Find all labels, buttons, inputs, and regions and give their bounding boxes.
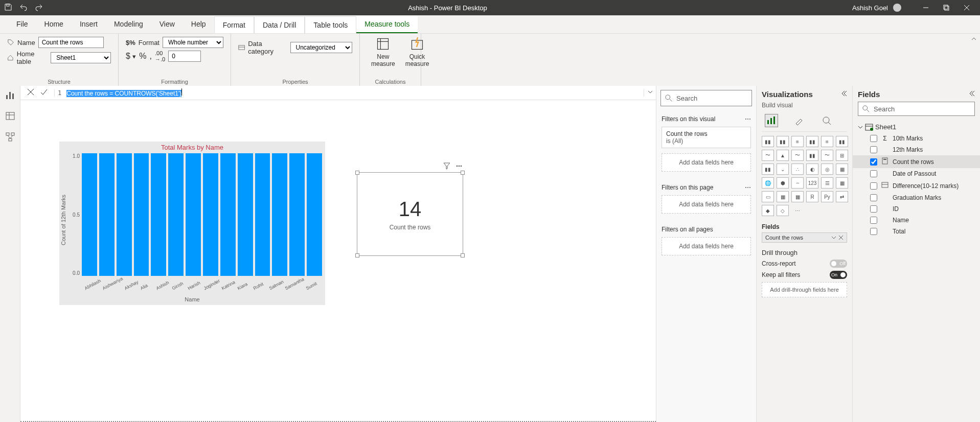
field-checkbox[interactable] [870, 217, 877, 224]
format-visual-tab[interactable] [792, 114, 806, 127]
field-item[interactable]: Total [853, 226, 980, 237]
field-item[interactable]: Date of Passout [853, 168, 980, 179]
format-select[interactable]: Whole number [163, 37, 223, 48]
bar[interactable] [272, 153, 287, 276]
bar[interactable] [99, 153, 115, 276]
viz-type-icon[interactable]: ⋯ [791, 205, 804, 216]
filter-dropzone-page[interactable]: Add data fields here [662, 195, 751, 214]
viz-type-icon[interactable]: ▭ [762, 191, 774, 202]
data-category-select[interactable]: Uncategorized [290, 42, 352, 53]
filter-icon[interactable] [443, 162, 450, 171]
cross-report-toggle[interactable]: Off [830, 260, 847, 268]
bar[interactable] [255, 153, 270, 276]
drill-through-dropzone[interactable]: Add drill-through fields here [762, 282, 847, 297]
tab-view[interactable]: View [151, 16, 183, 33]
bar-chart-visual[interactable]: Total Marks by Name Count of 12th Marks … [59, 142, 325, 305]
formula-input[interactable]: Count the rows = COUNTROWS('Sheet1') [64, 88, 644, 97]
remove-field-icon[interactable] [838, 235, 844, 240]
bar[interactable] [82, 153, 97, 276]
viz-type-icon[interactable]: ◐ [806, 163, 818, 175]
field-checkbox[interactable] [870, 194, 877, 201]
viz-type-icon[interactable]: ≡ [821, 136, 833, 147]
report-view-icon[interactable] [5, 90, 15, 102]
viz-type-icon[interactable]: ▮▮ [762, 163, 774, 175]
tab-file[interactable]: File [8, 16, 36, 33]
more-icon[interactable]: ⋯ [745, 115, 751, 123]
commit-formula-icon[interactable] [40, 88, 48, 98]
field-checkbox[interactable] [870, 228, 877, 235]
field-well-item[interactable]: Count the rows [762, 232, 847, 243]
bar[interactable] [203, 153, 218, 276]
viz-type-icon[interactable]: ◇ [777, 205, 789, 216]
viz-type-icon[interactable]: ◎ [821, 163, 833, 175]
close-button[interactable] [958, 0, 976, 15]
collapse-ribbon-icon[interactable] [971, 36, 977, 43]
build-visual-tab[interactable] [765, 114, 778, 127]
viz-type-icon[interactable]: ▦ [836, 177, 848, 189]
viz-type-icon[interactable]: ▮▮ [836, 136, 848, 147]
filter-card[interactable]: Count the rows is (All) [662, 127, 751, 148]
resize-handle[interactable] [355, 253, 359, 257]
card-visual[interactable]: 14 Count the rows [357, 172, 463, 256]
field-checkbox[interactable] [870, 182, 877, 190]
avatar[interactable] [893, 4, 901, 12]
field-item[interactable]: Difference(10-12 marks) [853, 179, 980, 192]
viz-type-icon[interactable]: ▲ [777, 150, 789, 161]
viz-type-icon[interactable]: ⬢ [777, 177, 789, 189]
currency-button[interactable]: $ ▾ [126, 52, 136, 61]
field-item[interactable]: Σ10th Marks [853, 133, 980, 144]
resize-handle[interactable] [355, 171, 359, 175]
tab-data-drill[interactable]: Data / Drill [254, 16, 305, 33]
expand-formula-icon[interactable] [644, 89, 656, 97]
viz-type-icon[interactable]: ∴ [791, 163, 804, 175]
tab-modeling[interactable]: Modeling [106, 16, 151, 33]
tab-insert[interactable]: Insert [72, 16, 106, 33]
field-item[interactable]: ID [853, 203, 980, 215]
viz-type-icon[interactable]: 🌐 [762, 177, 774, 189]
analytics-tab[interactable] [820, 114, 833, 127]
viz-type-icon[interactable]: ▦ [791, 191, 804, 202]
minimize-button[interactable] [917, 0, 935, 15]
bar[interactable] [134, 153, 149, 276]
field-item[interactable]: Graduation Marks [853, 192, 980, 203]
bar[interactable] [220, 153, 236, 276]
bar[interactable] [117, 153, 132, 276]
report-canvas[interactable]: Total Marks by Name Count of 12th Marks … [20, 100, 656, 422]
filter-dropzone-all[interactable]: Add data fields here [662, 237, 751, 255]
viz-type-icon[interactable]: ◆ [762, 205, 774, 216]
fields-search[interactable]: Search [858, 102, 975, 116]
maximize-button[interactable] [937, 0, 955, 15]
data-view-icon[interactable] [5, 111, 15, 123]
tab-help[interactable]: Help [183, 16, 214, 33]
bar[interactable] [307, 153, 322, 276]
viz-type-icon[interactable]: ⇄ [836, 191, 848, 202]
bar[interactable] [168, 153, 184, 276]
save-icon[interactable] [4, 3, 12, 13]
undo-icon[interactable] [19, 3, 28, 13]
resize-handle[interactable] [461, 253, 465, 257]
field-item[interactable]: 12th Marks [853, 144, 980, 155]
viz-type-icon[interactable]: ▮▮ [806, 136, 818, 147]
viz-type-icon[interactable]: R [806, 191, 818, 202]
tab-format[interactable]: Format [214, 16, 254, 33]
model-view-icon[interactable] [5, 132, 15, 144]
table-node[interactable]: Sheet1 [853, 121, 980, 133]
field-checkbox[interactable] [870, 158, 877, 166]
viz-type-icon[interactable]: ▦ [836, 163, 848, 175]
viz-type-icon[interactable]: ▮▮ [806, 150, 818, 161]
viz-type-icon[interactable]: 123 [806, 177, 818, 189]
field-item[interactable]: Count the rows [853, 155, 980, 168]
field-checkbox[interactable] [870, 146, 877, 153]
collapse-pane-icon[interactable] [840, 90, 847, 99]
viz-type-icon[interactable]: ▮▮ [762, 136, 774, 147]
field-checkbox[interactable] [870, 205, 877, 213]
viz-type-icon[interactable]: ▮▮ [777, 136, 789, 147]
viz-type-icon[interactable]: ⌢ [791, 177, 804, 189]
field-checkbox[interactable] [870, 170, 877, 177]
viz-type-icon[interactable]: 〜 [762, 150, 774, 161]
bar[interactable] [151, 153, 166, 276]
filters-search[interactable]: Search [660, 90, 752, 106]
viz-type-icon[interactable]: 〜 [821, 150, 833, 161]
tab-home[interactable]: Home [36, 16, 72, 33]
tab-measure-tools[interactable]: Measure tools [356, 16, 418, 33]
